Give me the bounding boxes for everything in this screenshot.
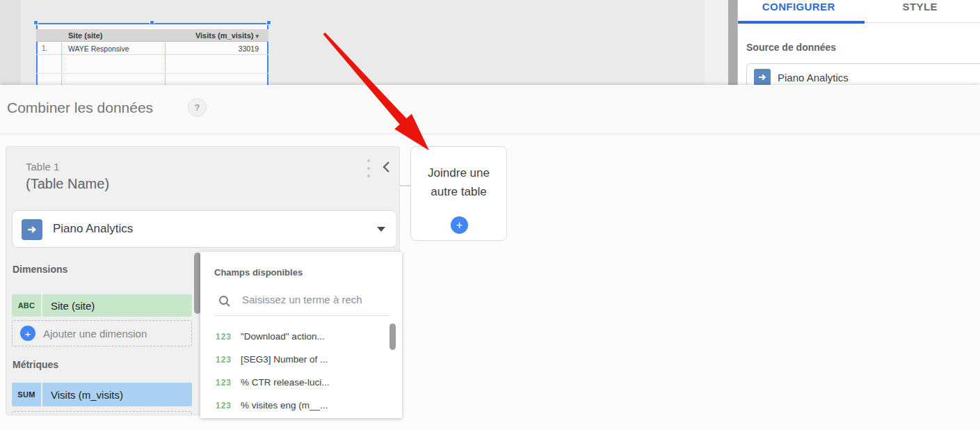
field-list-item[interactable]: 123 "Download" action... <box>200 326 388 349</box>
add-metric-button[interactable] <box>12 411 192 415</box>
dimension-chip-label: Site (site) <box>42 294 192 317</box>
sort-caret-icon: ▾ <box>255 33 259 40</box>
selection-handle[interactable] <box>266 20 271 25</box>
sum-aggregation-icon: SUM <box>12 383 42 406</box>
search-icon <box>218 295 231 308</box>
fields-scrollbar[interactable] <box>389 324 396 350</box>
field-label: % visites eng (m__... <box>241 400 328 411</box>
metrics-label: Métriques <box>13 359 58 370</box>
field-search-row <box>214 289 389 316</box>
active-tab-underline <box>738 21 865 24</box>
piano-analytics-icon <box>22 219 42 240</box>
table-header-dimension: Site (site) <box>68 31 103 40</box>
numeric-type-icon: 123 <box>216 401 232 411</box>
available-fields-panel: Champs disponibles 123 "Download" action… <box>200 252 402 418</box>
add-dimension-button[interactable]: + Ajouter une dimension <box>12 320 192 347</box>
abc-type-icon: ABC <box>12 294 42 317</box>
table-empty-row <box>36 55 268 74</box>
table-header-metric: Visits (m_visits) <box>195 31 254 40</box>
table-data-source-select[interactable]: Piano Analytics <box>12 210 397 248</box>
help-button[interactable]: ? <box>188 98 207 117</box>
canvas-scrollbar[interactable] <box>728 0 737 85</box>
numeric-type-icon: 123 <box>216 355 232 365</box>
selection-handle[interactable] <box>33 20 38 25</box>
dropdown-caret-icon <box>377 227 385 232</box>
report-table-chart[interactable]: Site (site) Visits (m_visits)▾ 1. WAYE R… <box>36 23 268 85</box>
field-label: % CTR release-luci... <box>241 377 330 388</box>
tab-configurer[interactable]: CONFIGURER <box>738 0 860 22</box>
dimension-chip[interactable]: ABC Site (site) <box>12 294 192 317</box>
dimensions-label: Dimensions <box>13 264 67 275</box>
properties-tabs: CONFIGURER STYLE <box>738 0 980 23</box>
plus-icon: + <box>451 216 468 234</box>
add-dimension-label: Ajouter une dimension <box>43 328 147 340</box>
table-card-title: Table 1 <box>26 161 59 173</box>
field-label: [SEG3] Number of ... <box>241 354 328 365</box>
table-row: 1. WAYE Responsive 33019 <box>36 42 268 55</box>
table-card-name[interactable]: (Table Name) <box>26 176 109 192</box>
join-connector-line <box>400 185 411 186</box>
field-list-item[interactable]: 123 % CTR release-luci... <box>200 372 388 395</box>
row-index: 1. <box>42 45 47 52</box>
selection-handle[interactable] <box>150 20 154 25</box>
join-label-line2: autre table <box>411 182 506 201</box>
collapse-chevron-icon[interactable] <box>382 161 394 175</box>
table-data-source-value: Piano Analytics <box>53 222 133 236</box>
field-list-item[interactable]: 123 % visites eng (m__... <box>200 395 388 417</box>
canvas-margin <box>705 0 728 85</box>
row-metric-value: 33019 <box>239 45 259 53</box>
blend-panel-header: Combiner les données ? <box>0 85 980 134</box>
page-title: Combiner les données <box>7 99 153 116</box>
join-label-line1: Joindre une <box>411 164 506 182</box>
field-label: "Download" action... <box>241 331 325 342</box>
available-fields-title: Champs disponibles <box>214 267 303 278</box>
numeric-type-icon: 123 <box>216 332 232 342</box>
field-search-input[interactable] <box>242 294 387 305</box>
data-source-select[interactable]: Piano Analytics <box>746 63 980 85</box>
join-table-button[interactable]: Joindre une autre table + <box>410 146 507 241</box>
data-source-value: Piano Analytics <box>778 72 849 83</box>
data-source-label: Source de données <box>746 42 836 53</box>
plus-icon: + <box>20 326 35 341</box>
table-header-metric-sort[interactable]: Visits (m_visits)▾ <box>195 31 259 40</box>
numeric-type-icon: 123 <box>216 378 232 388</box>
field-list-item[interactable]: 123 [SEG3] Number of ... <box>200 349 388 372</box>
piano-analytics-icon <box>754 69 771 85</box>
tab-style[interactable]: STYLE <box>860 0 980 22</box>
properties-panel: CONFIGURER STYLE Source de données Piano… <box>737 0 980 85</box>
looker-studio-blend-editor: Site (site) Visits (m_visits)▾ 1. WAYE R… <box>0 0 980 430</box>
join-table-label: Joindre une autre table <box>411 164 506 201</box>
table-header-row: Site (site) Visits (m_visits)▾ <box>36 29 268 42</box>
blend-data-panel: Combiner les données ? Table 1 (Table Na… <box>0 85 980 430</box>
metric-chip-label: Visits (m_visits) <box>42 383 192 406</box>
kebab-menu-icon[interactable] <box>364 159 373 180</box>
row-dimension-value: WAYE Responsive <box>68 45 129 53</box>
metric-chip[interactable]: SUM Visits (m_visits) <box>12 383 192 406</box>
report-editor-region: Site (site) Visits (m_visits)▾ 1. WAYE R… <box>0 0 980 85</box>
